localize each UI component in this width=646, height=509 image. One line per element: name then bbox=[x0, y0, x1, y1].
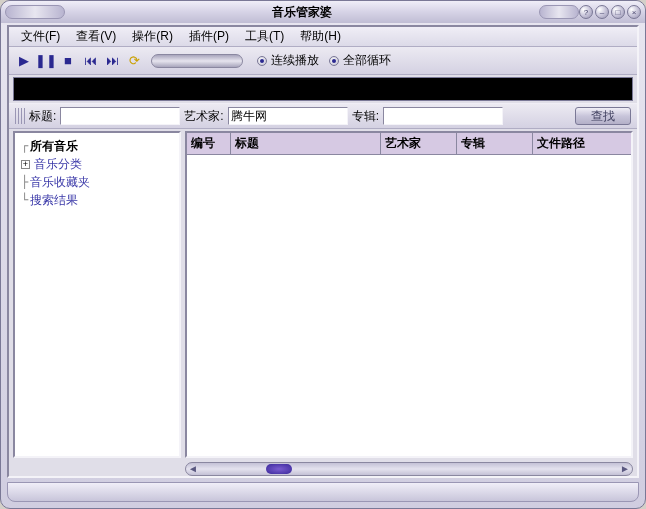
refresh-icon[interactable]: ⟳ bbox=[125, 52, 143, 70]
minimize-button[interactable]: – bbox=[595, 5, 609, 19]
tree-pane[interactable]: ┌ 所有音乐 + 音乐分类 ├ 音乐收藏夹 └ 搜索结果 bbox=[13, 131, 181, 458]
artist-label: 艺术家: bbox=[184, 108, 223, 125]
expand-icon[interactable]: + bbox=[21, 160, 30, 169]
col-title[interactable]: 标题 bbox=[231, 133, 381, 154]
search-bar: 标题: 艺术家: 专辑: 查找 bbox=[9, 103, 637, 129]
scrollbar-thumb[interactable] bbox=[266, 464, 292, 474]
window-buttons: ? – □ × bbox=[579, 5, 641, 19]
title-input[interactable] bbox=[60, 107, 180, 125]
titlebar-left-deco bbox=[5, 5, 65, 19]
progress-slider[interactable] bbox=[151, 54, 243, 68]
scroll-left-icon[interactable]: ◄ bbox=[188, 463, 198, 475]
album-label: 专辑: bbox=[352, 108, 379, 125]
close-button[interactable]: × bbox=[627, 5, 641, 19]
prev-icon[interactable]: ⏮ bbox=[81, 52, 99, 70]
radio-icon bbox=[257, 56, 267, 66]
col-album[interactable]: 专辑 bbox=[457, 133, 533, 154]
find-button[interactable]: 查找 bbox=[575, 107, 631, 125]
main-split: ┌ 所有音乐 + 音乐分类 ├ 音乐收藏夹 └ 搜索结果 编号 bbox=[9, 129, 637, 460]
repeat-label: 连续播放 bbox=[271, 52, 319, 69]
menubar: 文件(F) 查看(V) 操作(R) 插件(P) 工具(T) 帮助(H) bbox=[9, 27, 637, 47]
col-path[interactable]: 文件路径 bbox=[533, 133, 631, 154]
menu-view[interactable]: 查看(V) bbox=[70, 26, 122, 47]
scroll-right-icon[interactable]: ► bbox=[620, 463, 630, 475]
loop-all-label: 全部循环 bbox=[343, 52, 391, 69]
app-window: 音乐管家婆 ? – □ × 文件(F) 查看(V) 操作(R) 插件(P) 工具… bbox=[0, 0, 646, 509]
window-title: 音乐管家婆 bbox=[65, 4, 539, 21]
menu-help[interactable]: 帮助(H) bbox=[294, 26, 347, 47]
grip-icon bbox=[15, 108, 25, 124]
next-icon[interactable]: ⏭ bbox=[103, 52, 121, 70]
menu-plugins[interactable]: 插件(P) bbox=[183, 26, 235, 47]
album-input[interactable] bbox=[383, 107, 503, 125]
col-artist[interactable]: 艺术家 bbox=[381, 133, 457, 154]
tree-item-search-results[interactable]: └ 搜索结果 bbox=[17, 191, 177, 209]
menu-operate[interactable]: 操作(R) bbox=[126, 26, 179, 47]
menu-tools[interactable]: 工具(T) bbox=[239, 26, 290, 47]
tree-line-icon: └ bbox=[21, 193, 28, 207]
playback-toolbar: ▶ ❚❚ ■ ⏮ ⏭ ⟳ 连续播放 全部循环 bbox=[9, 47, 637, 75]
repeat-option[interactable]: 连续播放 bbox=[257, 52, 319, 69]
tree-line-icon: ├ bbox=[21, 175, 28, 189]
tree-label: 所有音乐 bbox=[30, 138, 78, 155]
maximize-button[interactable]: □ bbox=[611, 5, 625, 19]
tree-item-categories[interactable]: + 音乐分类 bbox=[17, 155, 177, 173]
titlebar-right-deco bbox=[539, 5, 579, 19]
stop-icon[interactable]: ■ bbox=[59, 52, 77, 70]
loop-all-option[interactable]: 全部循环 bbox=[329, 52, 391, 69]
list-header: 编号 标题 艺术家 专辑 文件路径 bbox=[187, 133, 631, 155]
tree-label: 音乐分类 bbox=[34, 156, 82, 173]
radio-icon bbox=[329, 56, 339, 66]
menu-file[interactable]: 文件(F) bbox=[15, 26, 66, 47]
tree-item-all-music[interactable]: ┌ 所有音乐 bbox=[17, 137, 177, 155]
horizontal-scrollbar[interactable]: ◄ ► bbox=[185, 462, 633, 476]
list-pane[interactable]: 编号 标题 艺术家 专辑 文件路径 bbox=[185, 131, 633, 458]
help-button[interactable]: ? bbox=[579, 5, 593, 19]
tree-line-icon: ┌ bbox=[21, 139, 28, 153]
inner-frame: 文件(F) 查看(V) 操作(R) 插件(P) 工具(T) 帮助(H) ▶ ❚❚… bbox=[7, 25, 639, 478]
artist-input[interactable] bbox=[228, 107, 348, 125]
tree-item-favorites[interactable]: ├ 音乐收藏夹 bbox=[17, 173, 177, 191]
tree-label: 音乐收藏夹 bbox=[30, 174, 90, 191]
play-icon[interactable]: ▶ bbox=[15, 52, 33, 70]
status-bar bbox=[7, 482, 639, 502]
visualizer bbox=[13, 77, 633, 101]
tree-label: 搜索结果 bbox=[30, 192, 78, 209]
title-label: 标题: bbox=[29, 108, 56, 125]
col-number[interactable]: 编号 bbox=[187, 133, 231, 154]
titlebar[interactable]: 音乐管家婆 ? – □ × bbox=[1, 1, 645, 23]
list-body[interactable] bbox=[187, 155, 631, 456]
pause-icon[interactable]: ❚❚ bbox=[37, 52, 55, 70]
